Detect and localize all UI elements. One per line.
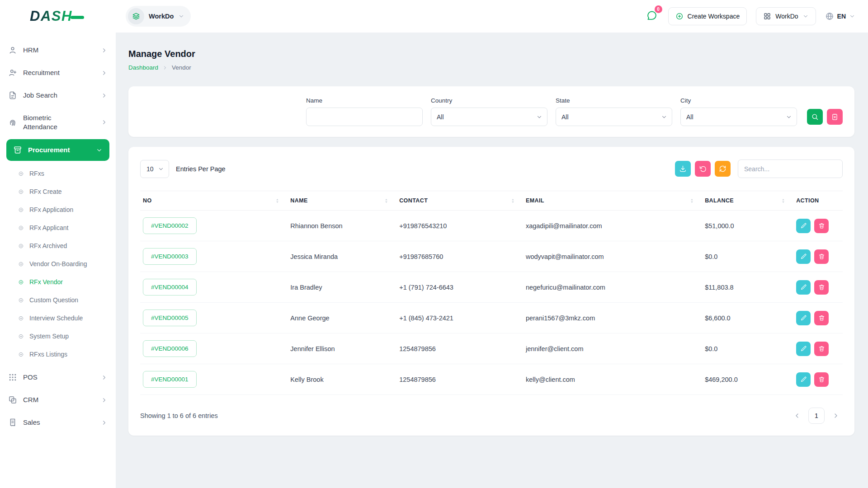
column-header-contact[interactable]: CONTACT — [396, 191, 523, 211]
cell-name: Anne George — [288, 303, 396, 333]
trash-icon — [818, 345, 825, 352]
chevron-right-icon — [101, 70, 108, 76]
column-header-action: ACTION — [793, 191, 843, 211]
sort-icon — [274, 198, 280, 204]
filter-actions — [807, 109, 843, 126]
edit-button[interactable] — [796, 249, 811, 264]
column-header-balance[interactable]: BALANCE — [702, 191, 793, 211]
state-select[interactable]: All — [556, 108, 672, 126]
page-1-button[interactable]: 1 — [808, 408, 825, 424]
vendor-id-badge[interactable]: #VEND00002 — [143, 217, 197, 234]
language-selector[interactable]: EN — [825, 12, 855, 21]
entries-per-page-select[interactable]: 10 — [140, 160, 169, 178]
sidebar-item-biometric-attendance[interactable]: Biometric Attendance — [0, 107, 116, 138]
sidebar-item-rfx-vendor[interactable]: RFx Vendor — [0, 273, 116, 291]
vendor-id-badge[interactable]: #VEND00003 — [143, 248, 197, 265]
breadcrumb: Dashboard Vendor — [128, 64, 854, 71]
column-header-no[interactable]: NO — [140, 191, 288, 211]
country-select[interactable]: All — [431, 108, 547, 126]
cell-contact: +919876543210 — [396, 211, 523, 241]
sub-dot-icon — [18, 297, 24, 303]
sidebar-subitem-label: System Setup — [29, 333, 69, 340]
messages-button[interactable]: 0 — [644, 8, 659, 24]
delete-button[interactable] — [814, 342, 829, 356]
recruitment-icon — [8, 68, 17, 77]
delete-button[interactable] — [814, 372, 829, 387]
delete-button[interactable] — [814, 280, 829, 295]
sidebar-item-rfx-applicant[interactable]: RFx Applicant — [0, 219, 116, 237]
sidebar-item-vendor-on-boarding[interactable]: Vendor On-Boarding — [0, 255, 116, 273]
column-label: NO — [143, 197, 152, 204]
sidebar-item-custom-question[interactable]: Custom Question — [0, 291, 116, 309]
breadcrumb-dashboard-link[interactable]: Dashboard — [128, 64, 158, 71]
sidebar-item-hrm[interactable]: HRM — [0, 39, 116, 61]
sidebar-item-procurement[interactable]: Procurement — [6, 139, 109, 161]
delete-button[interactable] — [814, 219, 829, 233]
sidebar-item-label: POS — [23, 373, 83, 382]
pagination: 1 — [790, 408, 843, 424]
export-button[interactable] — [675, 161, 691, 177]
table-search-input[interactable] — [738, 160, 843, 178]
vendor-id-badge[interactable]: #VEND00001 — [143, 371, 197, 388]
delete-button[interactable] — [814, 249, 829, 264]
prev-page-button[interactable] — [790, 409, 804, 422]
sidebar-subitem-label: Custom Question — [29, 296, 78, 304]
column-header-name[interactable]: NAME — [288, 191, 396, 211]
edit-button[interactable] — [796, 311, 811, 325]
sidebar-subitem-label: RFxs — [29, 170, 44, 177]
cell-email: jennifer@client.com — [523, 333, 702, 364]
entries-per-page-label: Entries Per Page — [176, 165, 226, 173]
filter-reset-button[interactable] — [827, 109, 843, 125]
table-toolbar: 10 Entries Per Page — [140, 160, 843, 178]
sidebar-item-rfx-create[interactable]: RFx Create — [0, 183, 116, 201]
sidebar-item-recruitment[interactable]: Recruitment — [0, 61, 116, 84]
sidebar-item-label: Sales — [23, 418, 83, 427]
sidebar-item-system-setup[interactable]: System Setup — [0, 327, 116, 345]
vendor-id-badge[interactable]: #VEND00004 — [143, 279, 197, 296]
cell-name: Jessica Miranda — [288, 241, 396, 272]
cell-balance: $0.0 — [702, 333, 793, 364]
procurement-submenu: RFxsRFx CreateRFx ApplicationRFx Applica… — [0, 162, 116, 366]
column-header-email[interactable]: EMAIL — [523, 191, 702, 211]
app-logo[interactable]: DASH — [13, 8, 126, 24]
undo-button[interactable] — [695, 161, 711, 177]
table-row: #VEND00002Rhiannon Benson+919876543210xa… — [140, 211, 843, 241]
edit-button[interactable] — [796, 219, 811, 233]
vendor-id-badge[interactable]: #VEND00006 — [143, 340, 197, 357]
create-workspace-button[interactable]: Create Workspace — [668, 7, 747, 25]
chevron-right-icon — [101, 119, 108, 126]
edit-button[interactable] — [796, 342, 811, 356]
chevron-left-icon — [793, 412, 801, 419]
sidebar-item-rfx-archived[interactable]: RFx Archived — [0, 237, 116, 255]
filter-search-button[interactable] — [807, 109, 823, 125]
delete-button[interactable] — [814, 311, 829, 325]
cell-balance: $11,803.8 — [702, 272, 793, 303]
sidebar-item-job-search[interactable]: Job Search — [0, 84, 116, 107]
next-page-button[interactable] — [829, 409, 843, 422]
trash-icon — [818, 376, 825, 383]
edit-button[interactable] — [796, 372, 811, 387]
refresh-button[interactable] — [715, 161, 731, 177]
company-menu-button[interactable]: WorkDo — [756, 7, 816, 25]
column-label: CONTACT — [399, 197, 428, 204]
sub-dot-icon — [18, 315, 24, 321]
sidebar-item-pos[interactable]: POS — [0, 366, 116, 389]
sidebar-item-interview-schedule[interactable]: Interview Schedule — [0, 309, 116, 327]
vendor-id-badge[interactable]: #VEND00005 — [143, 310, 197, 326]
workspace-name: WorkDo — [149, 13, 174, 20]
name-filter-input[interactable] — [306, 108, 423, 126]
sidebar-item-rfx-application[interactable]: RFx Application — [0, 201, 116, 219]
procurement-icon — [13, 145, 22, 155]
edit-button[interactable] — [796, 280, 811, 295]
sidebar-item-crm[interactable]: CRM — [0, 389, 116, 411]
trash-icon — [818, 222, 825, 229]
table-row: #VEND00001Kelly Brook1254879856kelly@cli… — [140, 364, 843, 395]
sidebar-item-rfxs-listings[interactable]: RFxs Listings — [0, 345, 116, 363]
main-content: Manage Vendor Dashboard Vendor Name Coun… — [116, 33, 868, 488]
city-select[interactable]: All — [680, 108, 797, 126]
top-bar: DASH WorkDo 0 Create Workspace WorkDo EN — [0, 0, 868, 33]
sidebar-item-sales[interactable]: Sales — [0, 411, 116, 434]
refresh-icon — [719, 165, 726, 173]
sidebar-item-rfxs[interactable]: RFxs — [0, 164, 116, 183]
workspace-switcher[interactable]: WorkDo — [126, 6, 191, 27]
